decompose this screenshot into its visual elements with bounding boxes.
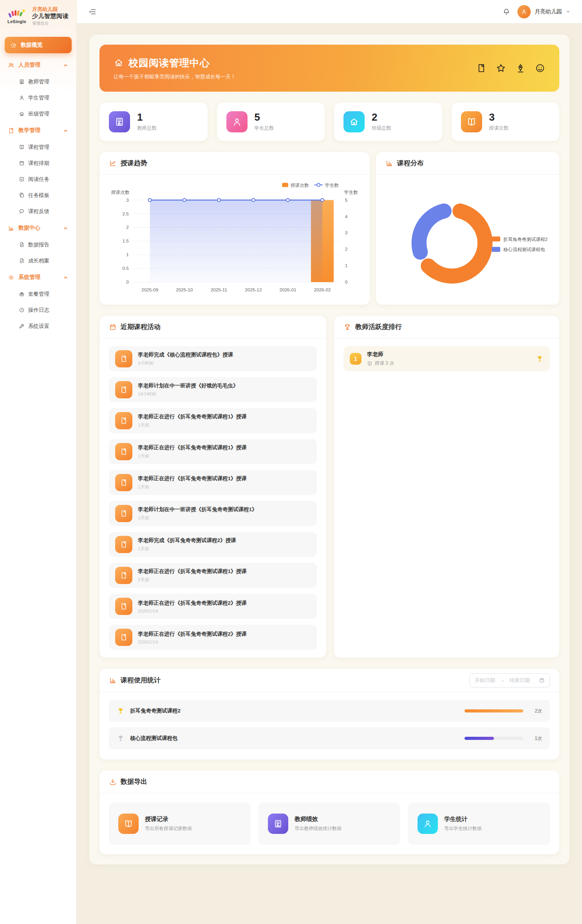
data-export-card: 数据导出 授课记录 导出所有授课记录数据	[99, 770, 559, 854]
export-student-stats-button[interactable]: 学生统计 导出学生统计数据	[408, 803, 550, 845]
svg-text:2026-01: 2026-01	[279, 287, 296, 292]
lesson-trend-chart: 00.511.522.53012345授课次数学生数2025-092025-10…	[108, 178, 361, 297]
usage-count: 2次	[529, 708, 542, 714]
sidebar-item-label: 数据概览	[21, 42, 43, 49]
usage-progress-track	[465, 737, 523, 740]
person-icon	[423, 819, 432, 828]
activity-list-item: 李老师正在进行《折耳兔奇奇测试课程2》授课 2026/2/14	[109, 625, 317, 650]
smiley-icon	[535, 63, 545, 73]
activity-title: 李老师计划在中一班讲授《折耳兔奇奇测试课程1》	[138, 506, 257, 513]
sidebar-item-schedule[interactable]: 课程排期	[5, 155, 72, 171]
card-title: 近期课程活动	[121, 322, 161, 331]
bar-chart-icon	[109, 676, 117, 684]
svg-text:2: 2	[345, 246, 348, 251]
sidebar-item-course-feedback[interactable]: 课程反馈	[5, 203, 72, 219]
svg-text:5: 5	[345, 197, 348, 203]
star-icon	[496, 63, 506, 73]
sidebar-item-teachers[interactable]: 教师管理	[5, 74, 72, 90]
activity-list: 李老师完成《核心流程测试课程包》授课 3小时前	[99, 338, 326, 658]
sidebar-item-label: 课程反馈	[28, 208, 49, 215]
usage-progress-fill	[465, 737, 494, 740]
activity-list-item: 李老师正在进行《折耳兔奇奇测试课程2》授课 2026/2/14	[109, 594, 317, 619]
stat-card-students: 5 学生总数	[217, 103, 325, 141]
sidebar-item-operation-logs[interactable]: 操作日志	[5, 302, 72, 318]
book-open-icon	[466, 117, 477, 127]
sidebar-item-students[interactable]: 学生管理	[5, 90, 72, 106]
activity-book-icon	[115, 412, 132, 429]
page-icon	[120, 541, 128, 548]
sidebar-item-classes[interactable]: 班级管理	[5, 106, 72, 122]
sidebar-item-packages[interactable]: 套餐管理	[5, 286, 72, 302]
teacher-lesson-count: 授课 3 次	[375, 360, 394, 367]
teacher-name: 李老师	[367, 351, 394, 358]
chevron-up-icon	[63, 128, 69, 134]
home-icon	[114, 58, 124, 68]
activity-time: 18小时前	[138, 391, 239, 397]
usage-row: 核心流程测试课程包 1次	[109, 727, 550, 749]
gauge-icon	[10, 42, 17, 49]
sidebar-item-label: 成长档案	[28, 257, 49, 264]
sidebar-item-growth-archive[interactable]: 成长档案	[5, 253, 72, 269]
book-open-icon	[367, 361, 372, 366]
bell-icon[interactable]	[502, 8, 510, 16]
activity-book-icon	[115, 567, 132, 584]
activity-list-item: 李老师计划在中一班讲授《折耳兔奇奇测试课程1》 1天前	[109, 501, 317, 526]
sidebar-item-reading-tasks[interactable]: 阅读任务	[5, 171, 72, 187]
activity-book-icon	[115, 381, 132, 398]
activity-title: 李老师正在进行《折耳兔奇奇测试课程1》授课	[138, 568, 247, 575]
export-teacher-performance-button[interactable]: 教师绩效 导出教师绩效统计数据	[258, 803, 400, 845]
activity-book-icon	[115, 629, 132, 646]
avatar	[517, 5, 531, 18]
sidebar-item-data-reports[interactable]: 数据报告	[5, 237, 72, 253]
page-icon	[120, 602, 128, 610]
usage-count: 1次	[529, 735, 542, 742]
calendar-icon	[19, 160, 25, 166]
sidebar-section-data-center[interactable]: 数据中心	[5, 219, 72, 237]
section-label: 数据中心	[18, 224, 40, 231]
rank-badge: 1	[350, 353, 361, 365]
stat-label: 学生总数	[255, 125, 274, 132]
sidebar: LeSingle 月亮幼儿园 少儿智慧阅读 管理后台 数据概览 人员管理 教师管…	[0, 0, 77, 924]
activity-title: 李老师正在进行《折耳兔奇奇测试课程2》授课	[138, 631, 247, 638]
page-icon	[120, 633, 128, 641]
user-menu[interactable]: 月亮幼儿园	[517, 5, 570, 18]
activity-time: 1天前	[138, 453, 247, 459]
sidebar-item-task-templates[interactable]: 任务模板	[5, 187, 72, 203]
wrench-icon	[19, 323, 25, 329]
activity-list-item: 李老师正在进行《折耳兔奇奇测试课程1》授课 2天前	[109, 563, 317, 588]
stat-value: 5	[255, 112, 274, 122]
id-card-icon	[273, 819, 283, 828]
date-range-picker[interactable]: 开始日期 → 结束日期	[470, 673, 550, 687]
sidebar-section-personnel[interactable]: 人员管理	[5, 56, 72, 74]
card-title: 课程使用统计	[121, 676, 161, 685]
sidebar-section-system[interactable]: 系统管理	[5, 269, 72, 286]
sidebar-section-teaching[interactable]: 教学管理	[5, 122, 72, 139]
svg-text:2: 2	[126, 224, 129, 230]
sidebar-item-courses[interactable]: 课程管理	[5, 139, 72, 155]
brand-block: LeSingle 月亮幼儿园 少儿智慧阅读 管理后台	[0, 0, 76, 31]
dashboard-panel: 校园阅读管理中心 让每一个孩子都能享受阅读的快乐，智慧成长每一天！	[89, 34, 569, 864]
sidebar-item-overview[interactable]: 数据概览	[5, 37, 72, 53]
page-icon	[120, 571, 128, 579]
teacher-performance-icon	[268, 814, 288, 834]
person-icon	[19, 95, 25, 101]
activity-book-icon	[115, 474, 132, 491]
silver-trophy-icon	[117, 734, 125, 742]
svg-text:学生数: 学生数	[344, 190, 358, 195]
user-name: 月亮幼儿园	[535, 8, 562, 15]
clock-icon	[19, 307, 25, 313]
export-title: 教师绩效	[295, 816, 342, 823]
collapse-sidebar-icon[interactable]	[89, 8, 96, 16]
usage-rows: 折耳兔奇奇测试课程2 2次 核心流程测试课程包	[99, 692, 559, 759]
svg-text:核心流程测试课程包: 核心流程测试课程包	[503, 247, 545, 252]
svg-text:2.5: 2.5	[123, 211, 129, 216]
svg-text:4: 4	[345, 214, 348, 219]
sidebar-item-label: 课程管理	[28, 144, 49, 151]
sidebar-item-label: 数据报告	[28, 241, 49, 248]
date-range-arrow: →	[500, 677, 505, 683]
sidebar-item-system-settings[interactable]: 系统设置	[5, 318, 72, 334]
svg-text:2025-12: 2025-12	[245, 287, 262, 292]
stat-label: 教师总数	[137, 125, 157, 132]
gear-icon	[8, 274, 14, 281]
export-lesson-records-button[interactable]: 授课记录 导出所有授课记录数据	[109, 803, 251, 845]
